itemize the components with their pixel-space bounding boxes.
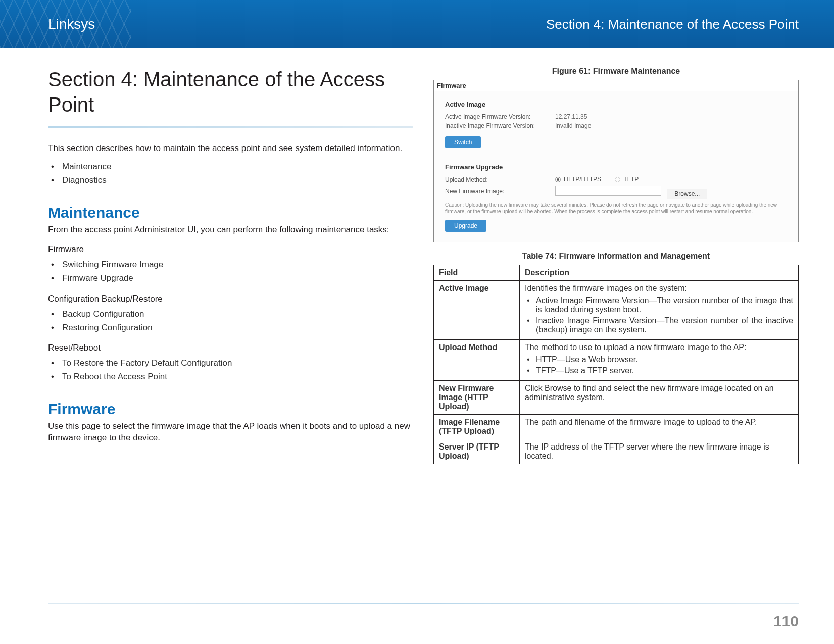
desc-list-item: Active Image Firmware Version—The versio… [525, 296, 793, 314]
upgrade-button[interactable]: Upgrade [445, 220, 486, 232]
desc-cell: The path and filename of the firmware im… [520, 414, 799, 439]
screenshot-divider [434, 157, 798, 157]
desc-cell: The IP address of the TFTP server where … [520, 439, 799, 464]
desc-list-item: HTTP—Use a Web browser. [525, 355, 793, 364]
firmware-heading: Firmware [48, 401, 413, 418]
caution-text: Caution: Uploading the new firmware may … [445, 202, 787, 215]
page-number: 110 [773, 613, 799, 630]
table-header-desc: Description [520, 265, 799, 280]
list-item: Maintenance [48, 160, 413, 173]
firmware-group-list: Switching Firmware Image Firmware Upgrad… [48, 258, 413, 285]
maintenance-text: From the access point Administrator UI, … [48, 224, 413, 236]
firmware-info-table: Field Description Active Image Identifie… [433, 265, 799, 464]
desc-list-item: TFTP—Use a TFTP server. [525, 366, 793, 375]
table-row: Upload Method The method to use to uploa… [434, 339, 799, 380]
active-version-label: Active Image Firmware Version: [445, 113, 546, 120]
desc-text: Identifies the firmware images on the sy… [525, 284, 687, 292]
tftp-radio[interactable]: TFTP [615, 176, 639, 183]
reset-group-label: Reset/Reboot [48, 342, 413, 354]
switch-button[interactable]: Switch [445, 136, 481, 148]
header-section-title: Section 4: Maintenance of the Access Poi… [546, 17, 799, 32]
screenshot-panel-title: Firmware [434, 80, 798, 91]
list-item: Firmware Upgrade [48, 271, 413, 285]
footer-divider [48, 603, 799, 604]
page-header: Linksys Section 4: Maintenance of the Ac… [0, 0, 834, 48]
title-divider [48, 126, 413, 128]
http-radio[interactable]: HTTP/HTTPS [555, 176, 601, 183]
left-column: Section 4: Maintenance of the Access Poi… [48, 67, 413, 464]
table-header-row: Field Description [434, 265, 799, 280]
firmware-text: Use this page to select the firmware ima… [48, 421, 413, 444]
field-cell: Upload Method [434, 339, 520, 380]
table-row: New Firmware Image (HTTP Upload) Click B… [434, 380, 799, 414]
config-group-label: Configuration Backup/Restore [48, 293, 413, 305]
brand-name: Linksys [48, 16, 95, 32]
reset-group-list: To Restore the Factory Default Configura… [48, 356, 413, 383]
list-item: Diagnostics [48, 173, 413, 187]
desc-list-item: Inactive Image Firmware Version—The vers… [525, 316, 793, 334]
maintenance-heading: Maintenance [48, 204, 413, 221]
firmware-screenshot: Firmware Active Image Active Image Firmw… [433, 80, 799, 242]
active-version-value: 12.27.11.35 [555, 113, 587, 120]
config-group-list: Backup Configuration Restoring Configura… [48, 307, 413, 334]
list-item: Switching Firmware Image [48, 258, 413, 271]
list-item: Restoring Configuration [48, 321, 413, 334]
field-cell: Image Filename (TFTP Upload) [434, 414, 520, 439]
upload-method-label: Upload Method: [445, 176, 546, 183]
table-row: Image Filename (TFTP Upload) The path an… [434, 414, 799, 439]
inactive-version-value: Invalid Image [555, 122, 591, 129]
table-caption: Table 74: Firmware Information and Manag… [433, 252, 799, 261]
table-row: Active Image Identifies the firmware ima… [434, 280, 799, 339]
table-row: Server IP (TFTP Upload) The IP address o… [434, 439, 799, 464]
firmware-group-label: Firmware [48, 244, 413, 256]
field-cell: New Firmware Image (HTTP Upload) [434, 380, 520, 414]
tftp-radio-label: TFTP [623, 176, 639, 183]
radio-dot-icon [555, 177, 561, 182]
page-content: Section 4: Maintenance of the Access Poi… [0, 48, 834, 464]
intro-list: Maintenance Diagnostics [48, 160, 413, 187]
desc-cell: Identifies the firmware images on the sy… [520, 280, 799, 339]
intro-paragraph: This section describes how to maintain t… [48, 143, 413, 155]
new-firmware-label: New Firmware Image: [445, 188, 546, 195]
list-item: Backup Configuration [48, 307, 413, 321]
firmware-upgrade-heading: Firmware Upgrade [445, 163, 787, 171]
active-image-heading: Active Image [445, 101, 787, 108]
list-item: To Reboot the Access Point [48, 370, 413, 383]
http-radio-label: HTTP/HTTPS [564, 176, 601, 183]
figure-caption: Figure 61: Firmware Maintenance [433, 67, 799, 76]
field-cell: Active Image [434, 280, 520, 339]
desc-cell: The method to use to upload a new firmwa… [520, 339, 799, 380]
section-title: Section 4: Maintenance of the Access Poi… [48, 67, 413, 117]
right-column: Figure 61: Firmware Maintenance Firmware… [433, 67, 799, 464]
desc-text: The method to use to upload a new firmwa… [525, 343, 746, 352]
firmware-file-input[interactable] [555, 186, 661, 196]
field-cell: Server IP (TFTP Upload) [434, 439, 520, 464]
radio-dot-icon [615, 177, 620, 182]
list-item: To Restore the Factory Default Configura… [48, 356, 413, 370]
desc-cell: Click Browse to find and select the new … [520, 380, 799, 414]
table-header-field: Field [434, 265, 520, 280]
browse-button[interactable]: Browse... [667, 189, 707, 199]
inactive-version-label: Inactive Image Firmware Version: [445, 122, 546, 129]
